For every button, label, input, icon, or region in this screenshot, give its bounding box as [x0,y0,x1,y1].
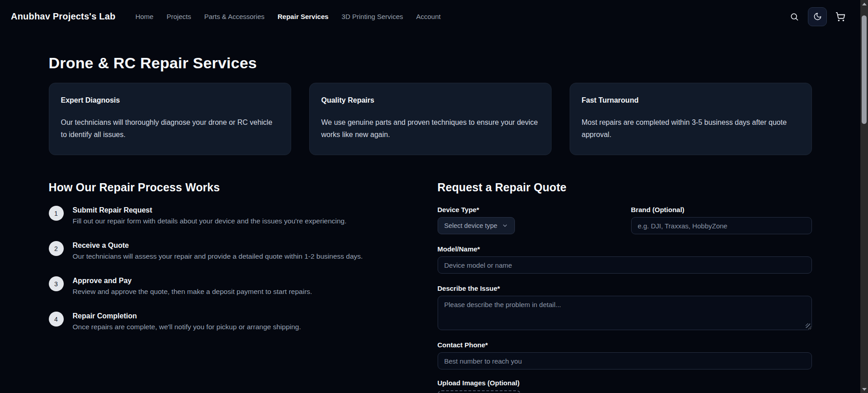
nav-item-account: Account [416,13,441,21]
nav-link-3d-printing[interactable]: 3D Printing Services [342,13,403,20]
site-brand[interactable]: Anubhav Projects's Lab [11,11,115,22]
model-input[interactable] [438,256,812,274]
app-viewport: Anubhav Projects's Lab Home Projects Par… [0,0,868,393]
nav-link-projects[interactable]: Projects [166,13,191,20]
step-number-badge: 1 [49,206,64,221]
step-title: Submit Repair Request [73,206,347,214]
nav-item-parts-accessories: Parts & Accessories [204,13,264,21]
step-description: Our technicians will assess your repair … [73,252,363,260]
feature-card-fast-turnaround: Fast Turnaround Most repairs are complet… [570,83,812,155]
step-title: Approve and Pay [73,277,312,285]
step-description: Once repairs are complete, we'll notify … [73,323,301,331]
upload-group: Upload Images (Optional) [438,379,812,393]
nav-item-projects: Projects [166,13,191,21]
process-and-form-section: How Our Repair Process Works 1 Submit Re… [49,181,812,393]
feature-card-quality-repairs: Quality Repairs We use genuine parts and… [309,83,552,155]
device-type-label: Device Type* [438,206,618,213]
brand-input[interactable] [631,217,812,234]
step-body: Receive a Quote Our technicians will ass… [73,241,363,260]
page-title: Drone & RC Repair Services [49,54,812,72]
step-description: Fill out our repair form with details ab… [73,217,347,225]
upload-label: Upload Images (Optional) [438,379,812,387]
upload-dropzone[interactable] [438,390,521,393]
step-body: Repair Completion Once repairs are compl… [73,312,301,331]
brand-group: Brand (Optional) [631,206,812,234]
nav-link-account[interactable]: Account [416,13,441,20]
issue-textarea[interactable] [438,296,812,330]
step-body: Submit Repair Request Fill out our repai… [73,206,347,225]
scrollbar-up-arrow[interactable] [860,0,868,8]
nav-item-3d-printing: 3D Printing Services [342,13,403,21]
phone-group: Contact Phone* [438,341,812,369]
page: Anubhav Projects's Lab Home Projects Par… [0,0,860,393]
process-heading: How Our Repair Process Works [49,181,392,194]
process-step-4: 4 Repair Completion Once repairs are com… [49,312,392,331]
repair-quote-form: Request a Repair Quote Device Type* Sele… [438,181,812,393]
nav-item-repair-services: Repair Services [278,13,329,21]
form-row-device-brand: Device Type* Select device type Brand (O… [438,206,812,245]
step-title: Repair Completion [73,312,301,320]
issue-textarea-wrap [438,296,812,330]
process-step-1: 1 Submit Repair Request Fill out our rep… [49,206,392,225]
cart-button[interactable] [832,9,849,25]
theme-toggle-button[interactable] [808,7,827,26]
step-body: Approve and Pay Review and approve the q… [73,276,312,296]
device-type-group: Device Type* Select device type [438,206,618,234]
model-label: Model/Name* [438,245,812,253]
process-step-3: 3 Approve and Pay Review and approve the… [49,276,392,296]
feature-card-description: Most repairs are completed within 3-5 bu… [582,116,800,141]
feature-card-expert-diagnosis: Expert Diagnosis Our technicians will th… [49,83,291,155]
scrollbar-down-arrow[interactable] [860,385,868,393]
nav-link-home[interactable]: Home [135,13,153,20]
navbar: Anubhav Projects's Lab Home Projects Par… [0,0,860,33]
nav-link-repair-services[interactable]: Repair Services [278,13,329,20]
nav-actions [786,7,849,26]
feature-cards: Expert Diagnosis Our technicians will th… [49,83,812,155]
chevron-down-icon [502,223,508,230]
model-group: Model/Name* [438,245,812,274]
nav-link-parts-accessories[interactable]: Parts & Accessories [204,13,264,20]
step-description: Review and approve the quote, then make … [73,288,312,296]
step-number-badge: 2 [49,241,64,256]
triangle-down-icon [862,388,867,391]
feature-card-title: Quality Repairs [321,96,539,104]
cart-icon [835,12,845,22]
feature-card-description: Our technicians will thoroughly diagnose… [61,116,279,141]
main-content: Drone & RC Repair Services Expert Diagno… [49,54,812,393]
step-number-badge: 3 [49,276,64,291]
repair-process: How Our Repair Process Works 1 Submit Re… [49,181,392,347]
issue-group: Describe the Issue* [438,284,812,330]
nav-links: Home Projects Parts & Accessories Repair… [135,13,440,21]
search-icon [790,12,799,21]
feature-card-title: Fast Turnaround [582,96,800,104]
triangle-up-icon [862,3,867,5]
issue-label: Describe the Issue* [438,284,812,292]
quote-form-heading: Request a Repair Quote [438,181,812,194]
phone-label: Contact Phone* [438,341,812,349]
feature-card-description: We use genuine parts and proven techniqu… [321,116,539,141]
phone-input[interactable] [438,352,812,369]
step-number-badge: 4 [49,312,64,327]
vertical-scrollbar[interactable] [860,0,868,393]
device-type-selected-value: Select device type [444,222,498,229]
search-button[interactable] [786,9,802,25]
nav-item-home: Home [135,13,153,21]
process-step-2: 2 Receive a Quote Our technicians will a… [49,241,392,260]
moon-icon [813,12,822,21]
brand-label: Brand (Optional) [631,206,812,213]
step-title: Receive a Quote [73,241,363,250]
feature-card-title: Expert Diagnosis [61,96,279,104]
scrollbar-thumb[interactable] [862,15,867,124]
device-type-select[interactable]: Select device type [438,217,515,234]
